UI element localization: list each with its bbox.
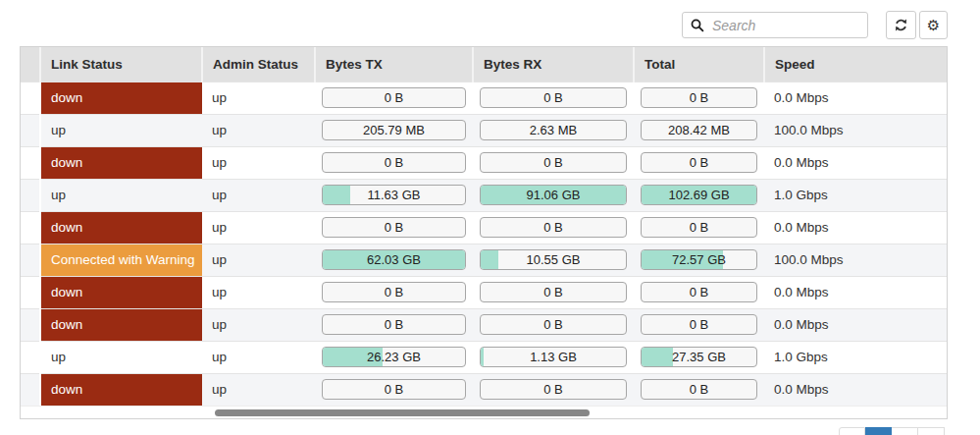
bytes-rx-cell: 91.06 GB: [473, 179, 634, 211]
pagination-button-next[interactable]: [918, 427, 945, 435]
meter-label: 27.35 GB: [642, 348, 756, 366]
bytes-tx-cell: 0 B: [315, 146, 473, 179]
meter-label: 91.06 GB: [481, 186, 626, 204]
bytes-tx-meter: 0 B: [322, 379, 466, 400]
table-row[interactable]: downup0 B0 B0 B0.0 Mbps: [21, 211, 947, 244]
meter-label: 0 B: [481, 315, 626, 334]
bytes-total-meter: 0 B: [641, 314, 757, 335]
bytes-total-meter: 72.57 GB: [641, 249, 757, 270]
bytes-rx-cell: 0 B: [473, 276, 634, 308]
column-header-admin-status[interactable]: Admin Status: [202, 47, 315, 82]
column-header-total[interactable]: Total: [634, 47, 764, 82]
meter-label: 0 B: [642, 380, 756, 399]
table-body: downup0 B0 B0 B0.0 Mbpsupup205.79 MB2.63…: [21, 82, 947, 406]
bytes-tx-cell: 0 B: [315, 211, 473, 244]
bytes-total-meter: 208.42 MB: [641, 120, 757, 140]
bytes-tx-cell: 26.23 GB: [315, 341, 473, 373]
link-status-cell: down: [40, 276, 202, 308]
search-input[interactable]: [710, 17, 859, 34]
column-header-speed[interactable]: Speed: [764, 47, 947, 82]
meter-label: 0 B: [642, 88, 756, 107]
bytes-tx-cell: 11.63 GB: [315, 179, 473, 211]
bytes-total-meter: 0 B: [641, 152, 757, 173]
bytes-total-meter: 0 B: [641, 217, 757, 238]
link-status-cell: up: [40, 179, 202, 211]
row-selector-cell: [21, 211, 40, 244]
bytes-rx-meter: 0 B: [480, 152, 627, 173]
table-row[interactable]: downup0 B0 B0 B0.0 Mbps: [21, 82, 947, 114]
bytes-rx-meter: 0 B: [480, 87, 627, 108]
bytes-tx-cell: 0 B: [315, 276, 473, 308]
bytes-tx-meter: 0 B: [322, 282, 466, 302]
meter-label: 0 B: [642, 283, 756, 301]
search-icon: [691, 19, 704, 32]
table-row[interactable]: downup0 B0 B0 B0.0 Mbps: [21, 308, 947, 341]
settings-button[interactable]: ⚙: [919, 11, 948, 39]
link-status-cell: up: [40, 341, 202, 373]
speed-cell: 0.0 Mbps: [764, 373, 947, 406]
row-selector-cell: [21, 373, 40, 406]
bytes-total-meter: 27.35 GB: [641, 347, 757, 367]
table-row[interactable]: upup26.23 GB1.13 GB27.35 GB1.0 Gbps: [21, 341, 947, 373]
bytes-total-meter: 102.69 GB: [641, 185, 757, 205]
search-box: [682, 12, 868, 38]
table-row[interactable]: upup11.63 GB91.06 GB102.69 GB1.0 Gbps: [21, 179, 947, 211]
column-header-bytes-rx[interactable]: Bytes RX: [473, 47, 634, 82]
bytes-total-cell: 27.35 GB: [634, 341, 764, 373]
bytes-rx-meter: 0 B: [480, 282, 627, 302]
refresh-button[interactable]: [886, 11, 916, 39]
bytes-rx-cell: 0 B: [473, 373, 634, 406]
bytes-total-cell: 0 B: [634, 82, 764, 114]
meter-label: 11.63 GB: [323, 186, 465, 204]
bytes-tx-meter: 11.63 GB: [322, 185, 466, 205]
bytes-total-cell: 0 B: [634, 276, 764, 308]
column-header-bytes-tx[interactable]: Bytes TX: [315, 47, 473, 82]
meter-label: 0 B: [642, 315, 756, 334]
table-row[interactable]: upup205.79 MB2.63 MB208.42 MB100.0 Mbps: [21, 114, 947, 146]
meter-label: 0 B: [323, 218, 465, 237]
bytes-tx-meter: 205.79 MB: [322, 120, 466, 140]
bytes-tx-cell: 0 B: [315, 82, 473, 114]
bytes-total-cell: 102.69 GB: [634, 179, 764, 211]
bytes-total-cell: 72.57 GB: [634, 244, 764, 276]
bytes-rx-meter: 91.06 GB: [480, 185, 627, 205]
meter-label: 72.57 GB: [642, 250, 756, 269]
table-row[interactable]: downup0 B0 B0 B0.0 Mbps: [21, 373, 947, 406]
bytes-total-meter: 0 B: [641, 87, 757, 108]
bytes-tx-meter: 0 B: [322, 217, 466, 238]
table-row[interactable]: downup0 B0 B0 B0.0 Mbps: [21, 276, 947, 308]
horizontal-scrollbar[interactable]: [21, 406, 947, 418]
pagination-button-prev[interactable]: [839, 427, 865, 435]
link-status-cell: down: [40, 82, 202, 114]
meter-label: 10.55 GB: [481, 250, 626, 269]
meter-label: 0 B: [481, 380, 626, 399]
admin-status-cell: up: [202, 308, 315, 341]
admin-status-cell: up: [202, 179, 315, 211]
row-selector-cell: [21, 308, 40, 341]
bytes-rx-meter: 1.13 GB: [480, 347, 627, 367]
bytes-rx-cell: 0 B: [473, 211, 634, 244]
bytes-rx-cell: 2.63 MB: [473, 114, 634, 146]
bytes-tx-meter: 26.23 GB: [322, 347, 466, 367]
row-selector-cell: [21, 114, 40, 146]
bytes-rx-meter: 0 B: [480, 217, 627, 238]
pagination: [839, 427, 945, 435]
speed-cell: 0.0 Mbps: [764, 308, 947, 341]
meter-label: 26.23 GB: [323, 348, 465, 366]
column-header-link-status[interactable]: Link Status: [40, 47, 202, 82]
pagination-button-active[interactable]: [865, 427, 892, 435]
bytes-total-cell: 208.42 MB: [634, 114, 764, 146]
link-status-cell: up: [40, 114, 202, 146]
bytes-rx-cell: 0 B: [473, 82, 634, 114]
table-row[interactable]: Connected with Warningup62.03 GB10.55 GB…: [21, 244, 947, 276]
scrollbar-thumb[interactable]: [215, 409, 590, 416]
speed-cell: 100.0 Mbps: [764, 244, 947, 276]
bytes-rx-cell: 0 B: [473, 308, 634, 341]
pagination-button-2[interactable]: [892, 427, 918, 435]
bytes-rx-cell: 10.55 GB: [473, 244, 634, 276]
table-row[interactable]: downup0 B0 B0 B0.0 Mbps: [21, 146, 947, 179]
header-row: Link Status Admin Status Bytes TX Bytes …: [21, 47, 947, 82]
column-header-selector: [21, 47, 40, 82]
speed-cell: 0.0 Mbps: [764, 276, 947, 308]
bytes-tx-meter: 62.03 GB: [322, 249, 466, 270]
